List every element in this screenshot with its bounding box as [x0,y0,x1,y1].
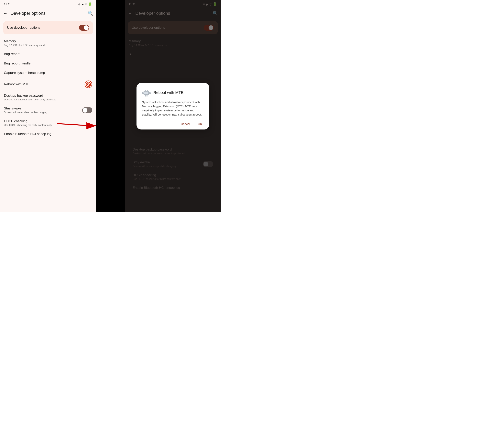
svg-rect-9 [147,95,148,96]
list-item-memory-left[interactable]: Memory Avg 3.1 GB of 5.7 GB memory used [0,37,96,49]
item-subtitle: Desktop full backups aren't currently pr… [4,98,92,101]
list-item-bug-report-left[interactable]: Bug report [0,49,96,59]
item-subtitle: Avg 3.1 GB of 5.7 GB memory used [4,44,92,47]
stay-awake-toggle-left[interactable] [82,107,92,113]
item-subtitle: Use HDCP checking for DRM content only [4,124,92,126]
list-item-hdcp-left[interactable]: HDCP checking Use HDCP checking for DRM … [0,116,96,129]
list-item-bug-handler-left[interactable]: Bug report handler [0,59,96,68]
item-title: Stay awake [4,106,47,110]
list-item-backup-pwd-left[interactable]: Desktop backup password Desktop full bac… [0,91,96,104]
page-title-left: Developer options [11,11,88,16]
item-title: HDCP checking [4,119,92,123]
dev-options-toggle-left[interactable] [79,25,89,31]
search-button-left[interactable]: 🔍 [88,11,93,16]
item-title: Bug report [4,52,92,56]
status-icons-left: ⚙ ▶ ▽ 🔋 [78,2,92,7]
status-bar-left: 11:31 ⚙ ▶ ▽ 🔋 [0,0,96,8]
item-title-reboot-mte: Reboot with MTE [4,82,29,86]
settings-icon: ⚙ [78,3,81,6]
dev-options-label-left: Use developer options [7,26,40,30]
dialog-title: Reboot with MTE [153,90,183,95]
right-screen: 11:31 ⚙ ▶ ▽ 🔋 ← Developer options 🔍 Use … [125,0,221,212]
click-cursor-icon [85,80,92,88]
dialog-buttons: Cancel OK [142,121,204,126]
item-title: Memory [4,39,92,43]
dev-options-card-left: Use developer options [3,21,93,34]
reboot-mte-dialog: Reboot with MTE System will reboot and a… [136,83,209,130]
settings-list-left: Memory Avg 3.1 GB of 5.7 GB memory used … [0,37,96,212]
svg-point-0 [85,81,92,88]
left-screen: 11:31 ⚙ ▶ ▽ 🔋 ← Developer options 🔍 Use … [0,0,96,212]
svg-rect-5 [144,92,148,94]
play-icon: ▶ [82,3,84,6]
dialog-body: System will reboot and allow to experime… [142,100,204,117]
item-title: Desktop backup password [4,94,92,98]
dialog-header: Reboot with MTE [142,88,204,97]
top-nav-left: ← Developer options 🔍 [0,8,96,19]
list-item-heap-dump-left[interactable]: Capture system heap dump [0,68,96,78]
item-subtitle: Screen will never sleep while charging [4,111,47,114]
battery-icon-left: 🔋 [88,2,92,7]
list-item-reboot-mte-left[interactable]: Reboot with MTE [0,78,96,91]
svg-rect-6 [142,92,143,94]
list-item-stay-awake-left[interactable]: Stay awake Screen will never sleep while… [0,104,96,116]
dialog-reboot-icon [142,88,151,97]
list-item-bluetooth-left[interactable]: Enable Bluetooth HCI snoop log [0,129,96,139]
dialog-cancel-button[interactable]: Cancel [179,121,192,126]
svg-rect-7 [149,92,151,94]
dialog-overlay: Reboot with MTE System will reboot and a… [125,0,221,212]
item-title: Capture system heap dump [4,71,92,75]
item-title: Enable Bluetooth HCI snoop log [4,132,92,136]
wifi-icon: ▽ [85,3,87,6]
dialog-ok-button[interactable]: OK [196,121,204,126]
divider [96,0,125,212]
svg-rect-8 [145,95,146,96]
status-time-left: 11:31 [4,3,11,6]
back-button-left[interactable]: ← [3,11,8,16]
item-title: Bug report handler [4,61,92,66]
